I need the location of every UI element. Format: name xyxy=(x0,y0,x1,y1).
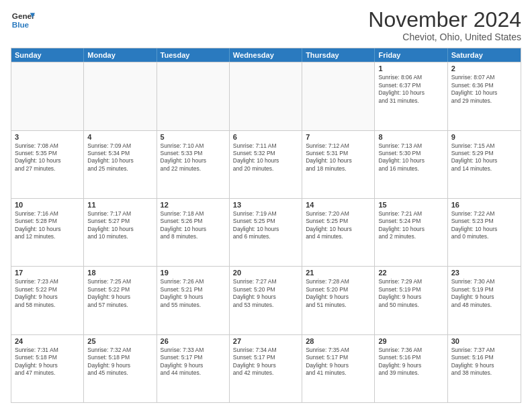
calendar-cell: 10Sunrise: 7:16 AM Sunset: 5:28 PM Dayli… xyxy=(11,199,84,266)
day-info: Sunrise: 7:21 AM Sunset: 5:24 PM Dayligh… xyxy=(378,210,443,241)
day-number: 23 xyxy=(451,269,517,277)
day-info: Sunrise: 7:23 AM Sunset: 5:22 PM Dayligh… xyxy=(15,278,80,309)
calendar-cell: 14Sunrise: 7:20 AM Sunset: 5:25 PM Dayli… xyxy=(302,199,375,266)
calendar-body: 1Sunrise: 8:06 AM Sunset: 6:37 PM Daylig… xyxy=(11,62,521,402)
calendar-header-cell: Sunday xyxy=(11,48,84,62)
calendar-cell: 7Sunrise: 7:12 AM Sunset: 5:31 PM Daylig… xyxy=(302,131,375,198)
calendar-header-cell: Thursday xyxy=(302,48,375,62)
page: General Blue November 2024 Cheviot, Ohio… xyxy=(0,0,532,411)
day-info: Sunrise: 7:26 AM Sunset: 5:21 PM Dayligh… xyxy=(161,278,226,309)
title-block: November 2024 Cheviot, Ohio, United Stat… xyxy=(368,8,521,42)
calendar-cell: 26Sunrise: 7:33 AM Sunset: 5:17 PM Dayli… xyxy=(157,335,230,402)
logo: General Blue xyxy=(11,8,35,32)
calendar-cell: 16Sunrise: 7:22 AM Sunset: 5:23 PM Dayli… xyxy=(448,199,521,266)
day-info: Sunrise: 7:20 AM Sunset: 5:25 PM Dayligh… xyxy=(306,210,371,241)
day-info: Sunrise: 7:25 AM Sunset: 5:22 PM Dayligh… xyxy=(87,278,152,309)
calendar-cell: 27Sunrise: 7:34 AM Sunset: 5:17 PM Dayli… xyxy=(230,335,302,402)
calendar-cell: 28Sunrise: 7:35 AM Sunset: 5:17 PM Dayli… xyxy=(302,335,375,402)
day-info: Sunrise: 7:30 AM Sunset: 5:19 PM Dayligh… xyxy=(451,278,517,309)
calendar-cell: 11Sunrise: 7:17 AM Sunset: 5:27 PM Dayli… xyxy=(84,199,157,266)
calendar-cell: 29Sunrise: 7:36 AM Sunset: 5:16 PM Dayli… xyxy=(375,335,447,402)
calendar-row: 17Sunrise: 7:23 AM Sunset: 5:22 PM Dayli… xyxy=(11,266,521,334)
calendar-header-cell: Monday xyxy=(84,48,157,62)
calendar-header-cell: Wednesday xyxy=(230,48,302,62)
calendar-header-cell: Saturday xyxy=(448,48,521,62)
day-number: 9 xyxy=(451,133,517,141)
day-info: Sunrise: 7:15 AM Sunset: 5:29 PM Dayligh… xyxy=(451,142,517,173)
day-number: 10 xyxy=(15,201,80,209)
day-info: Sunrise: 7:27 AM Sunset: 5:20 PM Dayligh… xyxy=(233,278,298,309)
calendar-cell: 4Sunrise: 7:09 AM Sunset: 5:34 PM Daylig… xyxy=(84,131,157,198)
day-number: 15 xyxy=(378,201,443,209)
day-number: 4 xyxy=(87,133,152,141)
month-title: November 2024 xyxy=(368,8,521,32)
day-info: Sunrise: 7:31 AM Sunset: 5:18 PM Dayligh… xyxy=(15,347,80,377)
day-number: 29 xyxy=(378,337,443,345)
calendar-cell: 25Sunrise: 7:32 AM Sunset: 5:18 PM Dayli… xyxy=(84,335,157,402)
day-number: 13 xyxy=(233,201,298,209)
calendar-cell: 23Sunrise: 7:30 AM Sunset: 5:19 PM Dayli… xyxy=(448,267,521,334)
day-info: Sunrise: 7:32 AM Sunset: 5:18 PM Dayligh… xyxy=(87,347,152,377)
day-info: Sunrise: 7:22 AM Sunset: 5:23 PM Dayligh… xyxy=(451,210,517,241)
calendar-cell: 17Sunrise: 7:23 AM Sunset: 5:22 PM Dayli… xyxy=(11,267,84,334)
logo-icon: General Blue xyxy=(11,8,35,32)
day-info: Sunrise: 7:13 AM Sunset: 5:30 PM Dayligh… xyxy=(378,142,443,173)
svg-text:General: General xyxy=(12,11,35,20)
svg-text:Blue: Blue xyxy=(12,20,30,29)
calendar-cell xyxy=(230,62,302,130)
day-number: 26 xyxy=(161,337,226,345)
day-number: 20 xyxy=(233,269,298,277)
calendar-cell: 2Sunrise: 8:07 AM Sunset: 6:36 PM Daylig… xyxy=(448,62,521,130)
day-info: Sunrise: 7:37 AM Sunset: 5:16 PM Dayligh… xyxy=(451,347,517,377)
calendar-cell: 15Sunrise: 7:21 AM Sunset: 5:24 PM Dayli… xyxy=(375,199,447,266)
calendar-cell: 5Sunrise: 7:10 AM Sunset: 5:33 PM Daylig… xyxy=(157,131,230,198)
calendar-cell: 12Sunrise: 7:18 AM Sunset: 5:26 PM Dayli… xyxy=(157,199,230,266)
calendar-cell xyxy=(11,62,84,130)
calendar-cell: 24Sunrise: 7:31 AM Sunset: 5:18 PM Dayli… xyxy=(11,335,84,402)
day-number: 5 xyxy=(161,133,226,141)
calendar-cell: 30Sunrise: 7:37 AM Sunset: 5:16 PM Dayli… xyxy=(448,335,521,402)
calendar-cell: 6Sunrise: 7:11 AM Sunset: 5:32 PM Daylig… xyxy=(230,131,302,198)
calendar-row: 3Sunrise: 7:08 AM Sunset: 5:35 PM Daylig… xyxy=(11,130,521,198)
calendar-cell xyxy=(84,62,157,130)
day-info: Sunrise: 7:36 AM Sunset: 5:16 PM Dayligh… xyxy=(378,347,443,377)
calendar-cell: 9Sunrise: 7:15 AM Sunset: 5:29 PM Daylig… xyxy=(448,131,521,198)
day-info: Sunrise: 7:12 AM Sunset: 5:31 PM Dayligh… xyxy=(306,142,371,173)
calendar-cell: 3Sunrise: 7:08 AM Sunset: 5:35 PM Daylig… xyxy=(11,131,84,198)
calendar-cell: 21Sunrise: 7:28 AM Sunset: 5:20 PM Dayli… xyxy=(302,267,375,334)
calendar-header: SundayMondayTuesdayWednesdayThursdayFrid… xyxy=(11,48,521,62)
calendar-row: 1Sunrise: 8:06 AM Sunset: 6:37 PM Daylig… xyxy=(11,62,521,130)
day-number: 25 xyxy=(87,337,152,345)
calendar-cell: 8Sunrise: 7:13 AM Sunset: 5:30 PM Daylig… xyxy=(375,131,447,198)
day-info: Sunrise: 7:17 AM Sunset: 5:27 PM Dayligh… xyxy=(87,210,152,241)
day-info: Sunrise: 7:11 AM Sunset: 5:32 PM Dayligh… xyxy=(233,142,298,173)
day-number: 28 xyxy=(306,337,371,345)
day-info: Sunrise: 7:18 AM Sunset: 5:26 PM Dayligh… xyxy=(161,210,226,241)
calendar: SundayMondayTuesdayWednesdayThursdayFrid… xyxy=(11,48,521,403)
header: General Blue November 2024 Cheviot, Ohio… xyxy=(11,8,521,42)
calendar-cell: 1Sunrise: 8:06 AM Sunset: 6:37 PM Daylig… xyxy=(375,62,447,130)
day-info: Sunrise: 7:19 AM Sunset: 5:25 PM Dayligh… xyxy=(233,210,298,241)
day-info: Sunrise: 7:28 AM Sunset: 5:20 PM Dayligh… xyxy=(306,278,371,309)
day-number: 8 xyxy=(378,133,443,141)
day-number: 12 xyxy=(161,201,226,209)
day-info: Sunrise: 7:33 AM Sunset: 5:17 PM Dayligh… xyxy=(161,347,226,377)
day-number: 16 xyxy=(451,201,517,209)
day-info: Sunrise: 7:10 AM Sunset: 5:33 PM Dayligh… xyxy=(161,142,226,173)
calendar-header-cell: Friday xyxy=(375,48,447,62)
day-number: 21 xyxy=(306,269,371,277)
calendar-cell xyxy=(157,62,230,130)
day-info: Sunrise: 7:09 AM Sunset: 5:34 PM Dayligh… xyxy=(87,142,152,173)
calendar-row: 10Sunrise: 7:16 AM Sunset: 5:28 PM Dayli… xyxy=(11,198,521,266)
day-number: 7 xyxy=(306,133,371,141)
day-number: 18 xyxy=(87,269,152,277)
day-number: 19 xyxy=(161,269,226,277)
day-number: 22 xyxy=(378,269,443,277)
day-number: 11 xyxy=(87,201,152,209)
day-info: Sunrise: 8:06 AM Sunset: 6:37 PM Dayligh… xyxy=(378,74,443,105)
day-number: 2 xyxy=(451,64,517,73)
day-info: Sunrise: 7:34 AM Sunset: 5:17 PM Dayligh… xyxy=(233,347,298,377)
day-number: 6 xyxy=(233,133,298,141)
day-number: 14 xyxy=(306,201,371,209)
day-number: 1 xyxy=(378,64,443,73)
